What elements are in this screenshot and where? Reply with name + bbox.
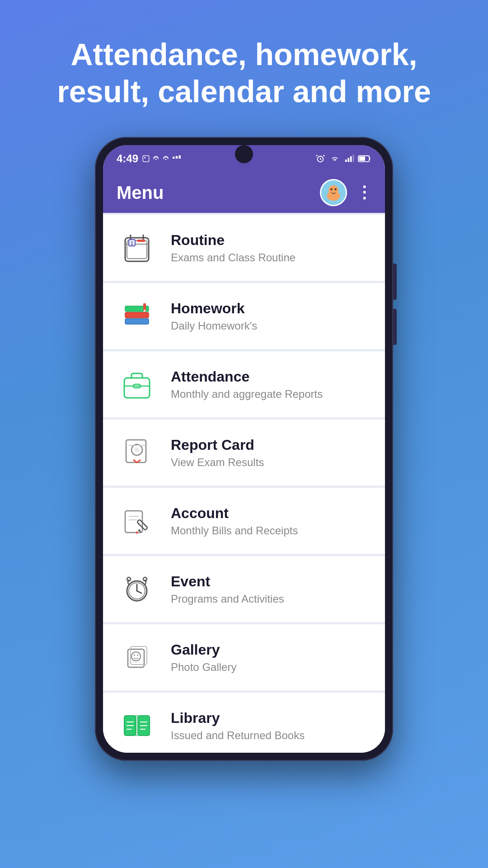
routine-subtitle: Exams and Class Routine	[171, 251, 371, 264]
svg-rect-13	[359, 157, 365, 161]
gallery-icon	[117, 637, 157, 678]
menu-item-gallery[interactable]: Gallery Photo Gallery	[103, 624, 385, 691]
gallery-title: Gallery	[171, 642, 371, 658]
event-title: Event	[171, 573, 371, 590]
menu-item-homework[interactable]: Homework Daily Homework's	[103, 283, 385, 349]
svg-point-2	[155, 159, 157, 160]
svg-text:1: 1	[131, 241, 133, 246]
account-subtitle: Monthly Bills and Receipts	[171, 524, 371, 537]
side-button-1	[393, 264, 397, 300]
svg-rect-10	[350, 156, 352, 162]
svg-point-44	[136, 532, 138, 534]
account-icon	[117, 500, 157, 541]
phone-frame: 4:49	[95, 137, 393, 761]
avatar[interactable]	[320, 179, 347, 206]
svg-point-37	[135, 448, 139, 452]
app-bar-title: Menu	[117, 183, 164, 203]
svg-rect-26	[137, 240, 145, 242]
svg-point-18	[334, 189, 337, 191]
event-subtitle: Programs and Activities	[171, 593, 371, 605]
svg-rect-5	[176, 156, 178, 159]
account-text: Account Monthly Bills and Receipts	[171, 505, 371, 537]
svg-rect-8	[345, 160, 347, 162]
side-button-2	[393, 309, 397, 345]
svg-point-3	[165, 159, 167, 160]
phone-wrapper: 4:49	[95, 137, 393, 868]
app-bar: Menu ⋮	[103, 172, 385, 213]
menu-item-report-card[interactable]: Report Card View Exam Results	[103, 420, 385, 486]
svg-point-54	[134, 655, 135, 656]
report-card-title: Report Card	[171, 437, 371, 453]
status-notification-icons	[142, 155, 182, 163]
menu-item-library[interactable]: Library Issued and Returned Books	[103, 693, 385, 753]
phone-screen: 4:49	[103, 145, 385, 753]
event-icon	[117, 569, 157, 609]
status-icons-right	[315, 154, 371, 164]
hero-text: Attendance, homework, result, calendar a…	[0, 0, 488, 128]
menu-list: 1 Routine Exams and Class Routine	[103, 213, 385, 753]
app-bar-actions: ⋮	[320, 179, 371, 206]
svg-line-48	[137, 591, 141, 593]
account-title: Account	[171, 505, 371, 522]
svg-rect-4	[173, 157, 175, 159]
attendance-text: Attendance Monthly and aggregate Reports	[171, 368, 371, 401]
status-time: 4:49	[117, 152, 138, 165]
library-title: Library	[171, 710, 371, 726]
svg-rect-1	[144, 157, 145, 158]
svg-point-17	[330, 189, 333, 191]
report-card-text: Report Card View Exam Results	[171, 437, 371, 469]
menu-item-routine[interactable]: 1 Routine Exams and Class Routine	[103, 215, 385, 281]
report-card-subtitle: View Exam Results	[171, 456, 371, 469]
routine-title: Routine	[171, 232, 371, 249]
svg-point-49	[127, 577, 131, 581]
attendance-title: Attendance	[171, 368, 371, 385]
svg-rect-11	[352, 155, 354, 162]
svg-rect-27	[125, 319, 149, 324]
library-text: Library Issued and Returned Books	[171, 710, 371, 742]
attendance-icon	[117, 364, 157, 405]
svg-point-50	[143, 577, 147, 581]
svg-rect-9	[347, 158, 349, 162]
menu-item-attendance[interactable]: Attendance Monthly and aggregate Reports	[103, 351, 385, 418]
routine-text: Routine Exams and Class Routine	[171, 232, 371, 264]
svg-rect-6	[179, 156, 181, 159]
svg-point-55	[137, 655, 138, 656]
gallery-text: Gallery Photo Gallery	[171, 642, 371, 674]
library-subtitle: Issued and Returned Books	[171, 729, 371, 742]
routine-icon: 1	[117, 227, 157, 268]
menu-item-event[interactable]: Event Programs and Activities	[103, 556, 385, 623]
menu-item-account[interactable]: Account Monthly Bills and Receipts	[103, 488, 385, 554]
library-icon	[117, 705, 157, 746]
homework-text: Homework Daily Homework's	[171, 300, 371, 332]
svg-rect-28	[125, 312, 149, 318]
svg-rect-0	[143, 156, 149, 162]
report-card-icon	[117, 432, 157, 473]
event-text: Event Programs and Activities	[171, 573, 371, 605]
more-options-icon[interactable]: ⋮	[356, 183, 371, 202]
attendance-subtitle: Monthly and aggregate Reports	[171, 388, 371, 401]
homework-subtitle: Daily Homework's	[171, 320, 371, 332]
homework-title: Homework	[171, 300, 371, 317]
status-left: 4:49	[117, 152, 182, 165]
homework-icon	[117, 296, 157, 336]
camera-notch	[235, 145, 253, 163]
gallery-subtitle: Photo Gallery	[171, 661, 371, 674]
svg-point-53	[131, 652, 141, 661]
